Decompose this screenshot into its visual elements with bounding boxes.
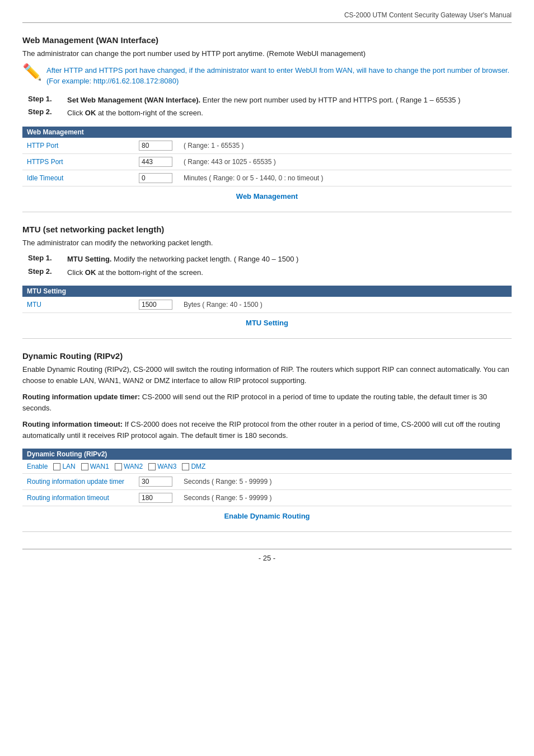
mtu-step2-label: Step 2.	[28, 267, 67, 276]
web-management-table: Web Management HTTP Port 80 ( Range: 1 -…	[22, 127, 512, 186]
http-port-row: HTTP Port 80 ( Range: 1 - 65535 )	[22, 138, 512, 154]
mtu-steps: Step 1. MTU Setting. Modify the networki…	[28, 254, 512, 278]
page-number: - 25 -	[22, 549, 512, 562]
enable-row: Enable LAN WAN1 WAN2 WA	[22, 460, 512, 474]
table-header: Web Management	[22, 127, 512, 138]
mtu-caption: MTU Setting	[22, 319, 512, 327]
section-divider	[22, 212, 512, 212]
mtu-row: MTU 1500 Bytes ( Range: 40 - 1500 )	[22, 297, 512, 313]
routing-update-para: Routing information update timer: CS-200…	[22, 391, 512, 413]
wan3-checkbox[interactable]	[148, 463, 156, 470]
checkbox-wan3[interactable]: WAN3	[148, 463, 176, 470]
enable-label: Enable	[27, 463, 48, 470]
idle-timeout-input[interactable]: 0	[139, 173, 172, 183]
dmz-label: DMZ	[191, 463, 205, 470]
mtu-title: MTU (set networking packet length)	[22, 225, 512, 234]
https-port-range: ( Range: 443 or 1025 - 65535 )	[179, 153, 512, 170]
routing-timeout-input[interactable]: 180	[139, 493, 172, 503]
step-row: Step 1. Set Web Management (WAN Interfac…	[28, 95, 512, 106]
step2-label: Step 2.	[28, 108, 67, 116]
step-row: Step 2. Click OK at the bottom-right of …	[28, 108, 512, 119]
routing-update-timer-label: Routing information update timer	[22, 474, 134, 490]
dynamic-routing-table-header-label: Dynamic Routing (RIPv2)	[22, 449, 512, 460]
lan-checkbox[interactable]	[53, 463, 60, 470]
mtu-range: Bytes ( Range: 40 - 1500 )	[179, 297, 512, 313]
bottom-divider	[22, 531, 512, 532]
note-box: ✏️ After HTTP and HTTPS port have change…	[22, 65, 512, 87]
dynamic-routing-caption: Enable Dynamic Routing	[22, 512, 512, 520]
routing-timeout-range: Seconds ( Range: 5 - 99999 )	[179, 490, 512, 506]
routing-timeout-row: Routing information timeout 180 Seconds …	[22, 490, 512, 506]
mtu-label: MTU	[22, 297, 134, 313]
step1-label: Step 1.	[28, 95, 67, 103]
https-port-row: HTTPS Port 443 ( Range: 443 or 1025 - 65…	[22, 153, 512, 170]
http-port-label: HTTP Port	[22, 138, 134, 154]
dmz-checkbox[interactable]	[182, 463, 189, 470]
dynamic-routing-desc1: Enable Dynamic Routing (RIPv2), CS-2000 …	[22, 364, 512, 386]
mtu-desc: The administrator can modify the network…	[22, 237, 512, 249]
step-row: Step 2. Click OK at the bottom-right of …	[28, 267, 512, 278]
http-port-range: ( Range: 1 - 65535 )	[179, 138, 512, 154]
checkbox-wan2[interactable]: WAN2	[115, 463, 143, 470]
section-divider	[22, 338, 512, 339]
step-row: Step 1. MTU Setting. Modify the networki…	[28, 254, 512, 265]
enable-checkboxes-cell: Enable LAN WAN1 WAN2 WA	[22, 460, 512, 474]
routing-update-timer-range: Seconds ( Range: 5 - 99999 )	[179, 474, 512, 490]
https-port-input[interactable]: 443	[139, 157, 172, 167]
idle-timeout-row: Idle Timeout 0 Minutes ( Range: 0 or 5 -…	[22, 170, 512, 186]
routing-update-timer-input[interactable]: 30	[139, 477, 172, 487]
web-management-wan-desc: The administrator can change the port nu…	[22, 48, 512, 59]
wan1-label: WAN1	[90, 463, 109, 470]
dynamic-routing-table-header: Dynamic Routing (RIPv2)	[22, 449, 512, 460]
note-text: After HTTP and HTTPS port have changed, …	[46, 65, 512, 87]
routing-timeout-row-label: Routing information timeout	[22, 490, 134, 506]
https-port-value-cell: 443	[134, 153, 179, 170]
mtu-table-header: MTU Setting	[22, 286, 512, 297]
wan3-label: WAN3	[157, 463, 176, 470]
http-port-value-cell: 80	[134, 138, 179, 154]
mtu-input[interactable]: 1500	[139, 300, 172, 310]
wan2-checkbox[interactable]	[115, 463, 122, 470]
dynamic-routing-table: Dynamic Routing (RIPv2) Enable LAN WAN1	[22, 449, 512, 506]
mtu-step1-label: Step 1.	[28, 254, 67, 262]
step2-text: Click OK at the bottom-right of the scre…	[67, 108, 203, 119]
routing-update-timer-value-cell: 30	[134, 474, 179, 490]
routing-timeout-value-cell: 180	[134, 490, 179, 506]
mtu-table-header-label: MTU Setting	[22, 286, 512, 297]
web-management-wan-steps: Step 1. Set Web Management (WAN Interfac…	[28, 95, 512, 119]
enable-checkboxes-row: Enable LAN WAN1 WAN2 WA	[27, 463, 507, 470]
lan-label: LAN	[62, 463, 75, 470]
routing-update-label: Routing information update timer:	[22, 393, 140, 401]
http-port-input[interactable]: 80	[139, 141, 172, 151]
routing-update-timer-row: Routing information update timer 30 Seco…	[22, 474, 512, 490]
mtu-table: MTU Setting MTU 1500 Bytes ( Range: 40 -…	[22, 286, 512, 313]
checkbox-wan1[interactable]: WAN1	[81, 463, 109, 470]
https-port-label: HTTPS Port	[22, 153, 134, 170]
mtu-step2-text: Click OK at the bottom-right of the scre…	[67, 267, 203, 278]
idle-timeout-value-cell: 0	[134, 170, 179, 186]
document-title: CS-2000 UTM Content Security Gateway Use…	[22, 11, 512, 23]
step1-text: Set Web Management (WAN Interface). Ente…	[67, 95, 461, 106]
note-icon: ✏️	[22, 63, 42, 81]
wan2-label: WAN2	[124, 463, 143, 470]
checkbox-lan[interactable]: LAN	[53, 463, 75, 470]
routing-timeout-para: Routing information timeout: If CS-2000 …	[22, 419, 512, 441]
idle-timeout-label: Idle Timeout	[22, 170, 134, 186]
web-management-caption: Web Management	[22, 192, 512, 200]
routing-timeout-label: Routing information timeout:	[22, 420, 123, 428]
web-management-wan-title: Web Management (WAN Interface)	[22, 35, 512, 45]
dynamic-routing-title: Dynamic Routing (RIPv2)	[22, 351, 512, 361]
checkbox-dmz[interactable]: DMZ	[182, 463, 205, 470]
wan1-checkbox[interactable]	[81, 463, 88, 470]
idle-timeout-range: Minutes ( Range: 0 or 5 - 1440, 0 : no t…	[179, 170, 512, 186]
mtu-value-cell: 1500	[134, 297, 179, 313]
table-header-label: Web Management	[22, 127, 512, 138]
mtu-step1-text: MTU Setting. Modify the networking packe…	[67, 254, 298, 265]
